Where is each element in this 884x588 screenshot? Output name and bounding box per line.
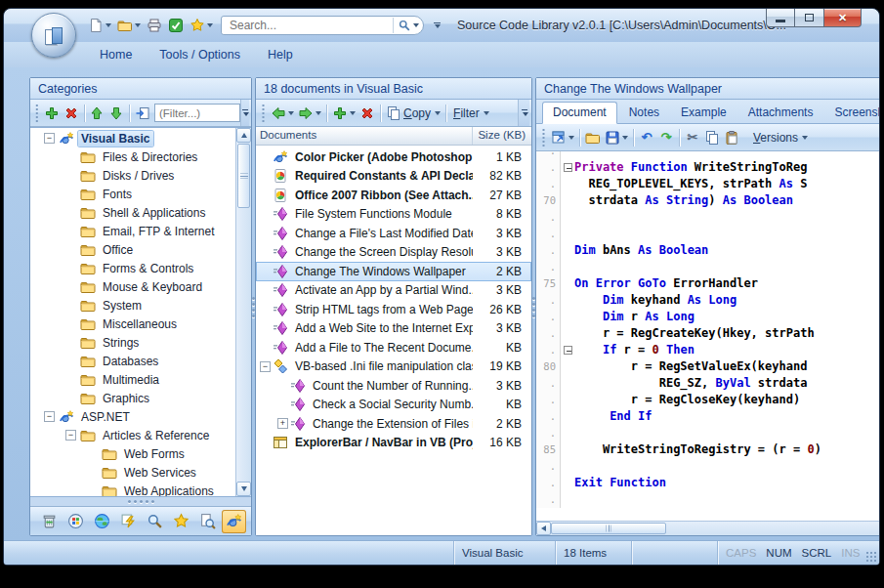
document-row[interactable]: Required Constants & API Decla...82 KB (256, 167, 531, 187)
toolbar-options-button[interactable] (518, 100, 529, 126)
code-text[interactable]: End If (574, 408, 880, 425)
code-text[interactable]: Private Function WriteStringToReg (574, 159, 880, 176)
tree-item[interactable]: −Visual Basic (30, 129, 235, 147)
document-row[interactable]: ExplorerBar / NavBar in VB (Proj...16 KB (256, 434, 531, 453)
toolbar-grip[interactable] (35, 105, 39, 122)
document-row[interactable]: Add a File to The Recent Docume...KB (256, 338, 531, 357)
document-row[interactable]: Add a Web Site to the Internet Exp...3 K… (256, 319, 531, 339)
open-in-window-button[interactable] (549, 127, 576, 148)
document-row[interactable]: Color Picker (Adobe Photoshop ...1 KB (256, 147, 531, 167)
tree-item[interactable]: System (30, 296, 235, 315)
expander-plus-icon[interactable]: + (277, 418, 288, 429)
restore-button[interactable] (795, 9, 824, 27)
close-button[interactable]: ✕ (824, 9, 862, 27)
tree-item[interactable]: Fonts (30, 185, 235, 203)
code-text[interactable]: r = RegSetValueEx(keyhand (574, 358, 880, 375)
code-text[interactable]: WriteStringToRegistry = (r = 0) (574, 441, 880, 458)
forward-button[interactable] (296, 103, 323, 124)
open-button[interactable] (583, 127, 603, 148)
delete-category-button[interactable] (62, 103, 81, 124)
document-row[interactable]: −VB-based .Ini file manipulation clas19 … (256, 357, 531, 377)
document-row[interactable]: Strip HTML tags from a Web Page...26 KB (256, 300, 531, 319)
delete-document-button[interactable] (358, 103, 377, 124)
move-down-button[interactable] (106, 103, 126, 124)
tree-item[interactable]: Disks / Drives (30, 166, 235, 185)
column-documents[interactable]: Documents (256, 127, 473, 145)
favorites-star-button[interactable] (188, 15, 215, 36)
tree-item[interactable]: Strings (30, 333, 235, 352)
scrollbar-thumb[interactable] (551, 523, 666, 534)
versions-button[interactable]: Versions (749, 127, 810, 148)
tree-item[interactable]: Web Services (30, 463, 235, 482)
code-text[interactable] (574, 259, 880, 275)
code-text[interactable]: r = RegCloseKey(keyhand) (574, 392, 880, 408)
tree-item[interactable]: Web Applications (30, 482, 235, 497)
editor-horizontal-scrollbar[interactable] (536, 521, 880, 535)
toolbar-options-button[interactable] (240, 100, 249, 126)
document-row[interactable]: Change the Screen Display Resolu...3 KB (256, 243, 531, 263)
add-document-button[interactable] (330, 103, 358, 124)
move-up-button[interactable] (87, 103, 106, 124)
view-search-button[interactable] (143, 510, 167, 533)
tree-item[interactable]: Databases (30, 352, 235, 370)
add-category-button[interactable] (42, 103, 62, 124)
view-web-globe-button[interactable] (90, 510, 114, 533)
code-text[interactable]: Exit Function (574, 475, 880, 491)
fold-collapse-icon[interactable] (561, 159, 574, 176)
code-text[interactable] (574, 209, 880, 226)
qat-overflow-button[interactable] (430, 20, 443, 31)
document-row[interactable]: Check a Social Security Numb...KB (256, 396, 531, 415)
tree-scrollbar[interactable] (235, 128, 251, 496)
code-text[interactable]: Dim bAns As Boolean (574, 242, 880, 259)
scroll-left-button[interactable] (536, 522, 551, 535)
code-text[interactable] (574, 491, 880, 508)
document-row[interactable]: File System Functions Module8 KB (256, 205, 531, 225)
expander-minus-icon[interactable]: − (65, 430, 76, 441)
toolbar-grip[interactable] (261, 105, 266, 122)
document-row[interactable]: Change The Windows Wallpaper2 KB (256, 262, 531, 281)
menu-tools-options[interactable]: Tools / Options (147, 45, 252, 64)
spell-check-button[interactable] (166, 15, 186, 36)
tab-attachments[interactable]: Attachments (738, 103, 823, 123)
code-text[interactable] (574, 425, 880, 441)
tree-item[interactable]: Office (30, 240, 235, 259)
tree-item[interactable]: Graphics (30, 389, 235, 407)
expander-minus-icon[interactable]: − (260, 361, 271, 372)
code-editor[interactable]: ..Private Function WriteStringToReg. REG… (536, 151, 880, 535)
tree-item[interactable]: Mouse & Keyboard (30, 277, 235, 296)
open-folder-button[interactable] (115, 15, 143, 36)
new-document-button[interactable] (86, 15, 113, 36)
view-library-button[interactable] (222, 510, 246, 533)
search-input[interactable] (228, 18, 393, 33)
search-button[interactable] (393, 18, 423, 33)
tab-example[interactable]: Example (671, 103, 737, 123)
panel-splitter-grip[interactable] (30, 497, 251, 506)
minimize-button[interactable] (766, 9, 795, 27)
paste-button[interactable] (722, 127, 741, 148)
menu-home[interactable]: Home (88, 45, 144, 64)
cut-button[interactable]: ✂ (683, 127, 702, 148)
code-text[interactable]: REG_TOPLEVEL_KEYS, strPath As S (574, 176, 880, 192)
category-filter-input[interactable] (154, 104, 240, 122)
code-text[interactable]: On Error GoTo ErrorHandler (574, 275, 880, 292)
tree-item[interactable]: Web Forms (30, 444, 235, 463)
printer-button[interactable] (145, 15, 164, 36)
tree-item[interactable]: Multimedia (30, 370, 235, 389)
view-quick-find-button[interactable] (116, 510, 141, 533)
copy-button[interactable]: Copy (384, 103, 442, 124)
expander-minus-icon[interactable]: − (44, 133, 55, 144)
tree-item[interactable]: Files & Directories (30, 147, 235, 166)
expander-minus-icon[interactable]: − (44, 411, 55, 422)
tab-notes[interactable]: Notes (619, 103, 669, 123)
copy-button[interactable] (702, 127, 722, 148)
code-text[interactable]: Dim r As Long (574, 309, 880, 325)
scrollbar-track[interactable] (666, 522, 880, 535)
scrollbar-thumb[interactable] (237, 144, 250, 208)
code-text[interactable] (574, 151, 880, 159)
document-row[interactable]: +Change the Extension of Files i...2 KB (256, 414, 531, 434)
code-text[interactable] (574, 226, 880, 242)
menu-help[interactable]: Help (256, 45, 305, 64)
document-row[interactable]: Activate an App by a Partial Wind...3 KB (256, 281, 531, 301)
save-button[interactable] (603, 127, 630, 148)
view-desktop-button[interactable] (63, 510, 88, 533)
